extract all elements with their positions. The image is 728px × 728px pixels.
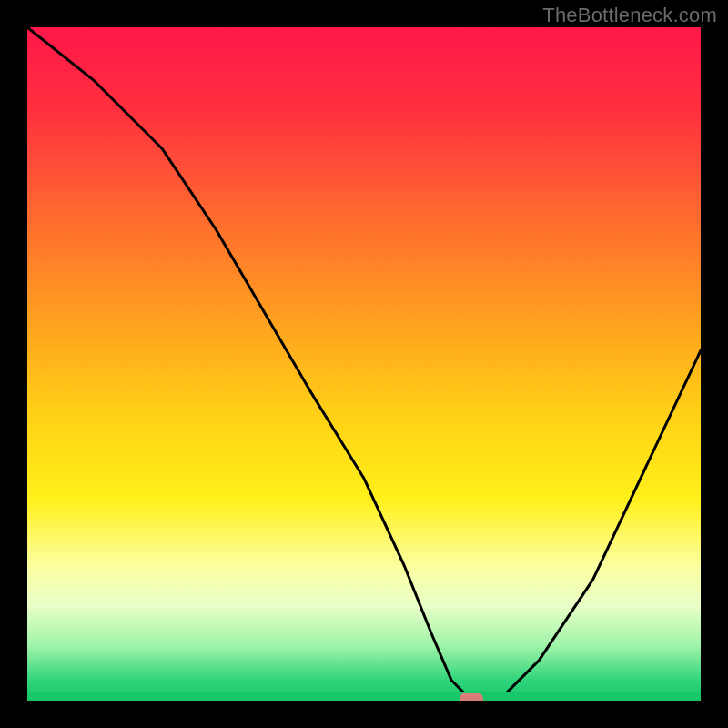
gradient-background [27,27,701,701]
chart-svg [27,27,701,701]
watermark-text: TheBottleneck.com [542,4,717,27]
chart-frame: TheBottleneck.com [0,0,728,728]
optimal-marker [460,693,483,701]
baseline-strip [27,692,701,701]
plot-area [27,27,701,701]
